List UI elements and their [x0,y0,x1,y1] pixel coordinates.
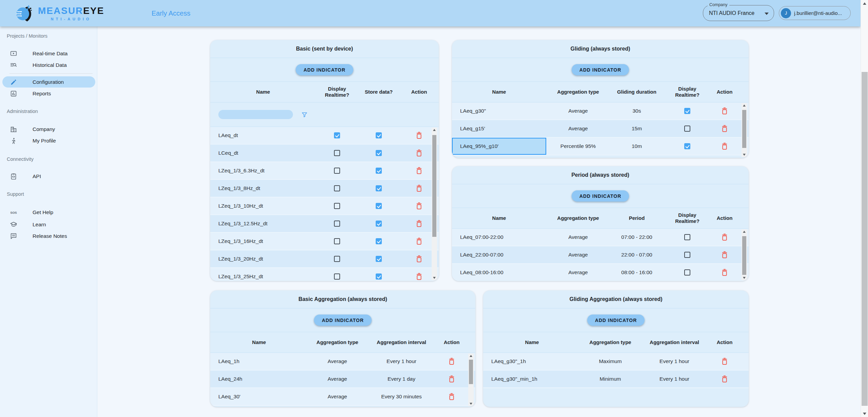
delete-row-button[interactable] [711,233,738,241]
name-cell[interactable]: LZeq_1/3_12.5Hz_dt [210,215,316,232]
sidebar-item-my-profile[interactable]: My Profile [0,135,97,147]
aggregation-type-cell[interactable]: Average [308,376,367,382]
name-cell[interactable]: LAeq_dt [210,127,316,144]
store-data-checkbox[interactable] [376,256,382,262]
name-cell[interactable]: LZeq_1/3_10Hz_dt [210,197,316,214]
name-cell[interactable]: LAeq_08:00-16:00 [452,264,546,281]
add-indicator-button[interactable]: ADD INDICATOR [296,64,353,75]
sidebar-item-historical-data[interactable]: Historical Data [0,59,97,71]
scroll-up-arrow[interactable] [742,229,747,234]
aggregation-type-cell[interactable]: Average [308,358,367,364]
display-realtime-checkbox[interactable] [334,221,340,227]
sidebar-item-get-help[interactable]: SOS Get Help [0,206,97,219]
display-realtime-checkbox[interactable] [684,252,690,258]
sidebar-item-real-time-data[interactable]: Real-time Data [0,48,97,60]
aggregation-type-cell[interactable]: Average [546,252,610,258]
delete-row-button[interactable] [711,143,738,150]
scroll-down-arrow[interactable] [742,152,747,157]
aggregation-type-cell[interactable]: Average [308,394,367,400]
scroll-up-arrow[interactable] [432,128,437,132]
period-cell[interactable]: 22:00 - 07:00 [610,252,664,258]
display-realtime-checkbox[interactable] [334,185,340,191]
page-scrollbar-thumb[interactable] [862,72,868,406]
aggregation-type-cell[interactable]: Average [546,126,610,132]
aggregation-type-cell[interactable]: Minimum [581,376,640,382]
display-realtime-checkbox[interactable] [684,269,690,276]
store-data-checkbox[interactable] [376,132,382,138]
display-realtime-checkbox[interactable] [334,150,340,156]
gliding-duration-cell[interactable]: 30s [610,108,664,114]
name-cell[interactable]: LZeq_1/3_25Hz_dt [210,268,316,281]
user-account-chip[interactable]: J j.burillier@nti-audio... [779,6,851,20]
delete-row-button[interactable] [711,251,738,259]
sidebar-item-reports[interactable]: Reports [0,88,97,100]
add-indicator-button[interactable]: ADD INDICATOR [572,64,629,75]
scroll-down-arrow[interactable] [742,276,747,280]
card-scrollbar[interactable] [742,103,747,157]
store-data-checkbox[interactable] [376,168,382,174]
name-cell[interactable]: LAeq_g30"_min_1h [483,371,581,387]
store-data-checkbox[interactable] [376,150,382,156]
scroll-down-arrow[interactable] [861,410,868,417]
name-filter-input[interactable] [218,110,293,119]
name-cell[interactable]: LAeq_07:00-22:00 [452,229,546,246]
name-cell[interactable]: LAeq_g30"_1h [483,353,581,370]
delete-row-button[interactable] [709,375,740,383]
store-data-checkbox[interactable] [376,185,382,191]
name-cell[interactable]: LAeq_95%_g10' [452,138,546,155]
aggregation-interval-cell[interactable]: Every 1 hour [640,358,709,364]
aggregation-interval-cell[interactable]: Every 1 day [367,376,436,382]
add-indicator-button[interactable]: ADD INDICATOR [572,190,629,202]
delete-row-button[interactable] [711,269,738,276]
display-realtime-checkbox[interactable] [334,168,340,174]
add-indicator-button[interactable]: ADD INDICATOR [587,315,645,326]
sidebar-item-learn[interactable]: Learn [0,219,97,231]
aggregation-type-cell[interactable]: Average [546,234,610,240]
period-cell[interactable]: 07:00 - 22:00 [610,234,664,240]
page-scrollbar[interactable] [861,0,868,417]
name-cell[interactable]: LAeq_24h [210,371,308,387]
gliding-duration-cell[interactable]: 10m [610,143,664,149]
name-cell[interactable]: LAeq_g30" [452,102,546,119]
aggregation-interval-cell[interactable]: Every 30 minutes [367,394,436,400]
display-realtime-checkbox[interactable] [684,143,690,149]
store-data-checkbox[interactable] [376,273,382,280]
scroll-down-arrow[interactable] [468,401,474,406]
name-cell[interactable]: LAeq_22:00-07:00 [452,246,546,263]
display-realtime-checkbox[interactable] [334,238,340,244]
delete-row-button[interactable] [436,393,467,400]
display-realtime-checkbox[interactable] [684,108,690,114]
scrollbar-thumb[interactable] [742,236,746,275]
store-data-checkbox[interactable] [376,221,382,227]
aggregation-type-cell[interactable]: Percentile 95% [546,143,610,149]
aggregation-type-cell[interactable]: Maximum [581,358,640,364]
sidebar-item-company[interactable]: Company [0,123,97,135]
filter-funnel-icon[interactable] [301,111,308,118]
sidebar-item-release-notes[interactable]: Release Notes [0,230,97,242]
name-cell[interactable]: LAeq_30' [210,388,308,405]
display-realtime-checkbox[interactable] [334,203,340,209]
name-cell[interactable]: LZeq_1/3_8Hz_dt [210,180,316,197]
store-data-checkbox[interactable] [376,238,382,244]
aggregation-interval-cell[interactable]: Every 1 hour [367,358,436,364]
name-cell[interactable]: LZeq_1/3_6.3Hz_dt [210,162,316,179]
store-data-checkbox[interactable] [376,203,382,209]
display-realtime-checkbox[interactable] [684,126,690,132]
delete-row-button[interactable] [436,375,467,383]
display-realtime-checkbox[interactable] [334,256,340,262]
card-scrollbar[interactable] [468,354,474,406]
delete-row-button[interactable] [711,107,738,115]
sidebar-item-configuration[interactable]: Configuration [2,76,95,88]
display-realtime-checkbox[interactable] [334,132,340,138]
scroll-up-arrow[interactable] [861,0,868,7]
card-scrollbar[interactable] [432,128,437,280]
name-cell[interactable]: LAeq_g15' [452,120,546,137]
sidebar-item-api[interactable]: API [0,170,97,183]
scroll-down-arrow[interactable] [432,276,437,280]
display-realtime-checkbox[interactable] [684,234,690,240]
card-scrollbar[interactable] [742,229,747,280]
delete-row-button[interactable] [709,358,740,365]
name-cell[interactable]: LZeq_1/3_16Hz_dt [210,233,316,250]
delete-row-button[interactable] [711,125,738,132]
add-indicator-button[interactable]: ADD INDICATOR [314,315,372,326]
